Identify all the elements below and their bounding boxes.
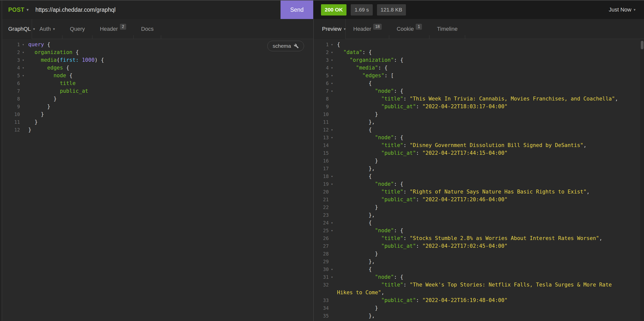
line-number: 31 [314, 274, 329, 280]
method-dropdown[interactable]: POST ▾ [8, 7, 29, 13]
code-line: Hikes to Come", [314, 288, 644, 296]
code-line: 14 "title": "Disney Government Dissoluti… [314, 141, 644, 149]
fold-toggle-icon[interactable]: ▾ [20, 66, 26, 70]
fold-toggle-icon[interactable]: ▾ [20, 74, 26, 78]
response-scrollbar[interactable] [640, 39, 644, 321]
scrollbar-thumb[interactable] [641, 41, 644, 49]
fold-toggle-icon[interactable]: ▾ [329, 74, 335, 78]
url-input[interactable]: https://api.cheddar.com/graphql [36, 7, 280, 13]
code-text: "node": { [337, 227, 404, 233]
code-line: 5▾ node { [0, 72, 313, 79]
tab-label: Query [70, 26, 85, 32]
line-number: 5 [314, 73, 329, 78]
fold-toggle-icon[interactable]: ▾ [329, 50, 335, 54]
code-line: 18▾ { [314, 172, 644, 180]
line-number: 8 [0, 96, 20, 102]
schema-button[interactable]: schema [267, 41, 304, 51]
tab-header[interactable]: Header 2 [92, 19, 134, 39]
tab-response-header[interactable]: Header 18 [346, 19, 389, 39]
line-number: 8 [314, 96, 329, 102]
line-number: 10 [314, 112, 329, 117]
preview-mode-dropdown[interactable]: Preview ▾ [314, 19, 346, 39]
tab-auth[interactable]: Auth ▾ [32, 19, 62, 39]
code-text: node { [28, 73, 72, 79]
fold-toggle-icon[interactable]: ▾ [329, 58, 335, 62]
url-pane: POST ▾ https://api.cheddar.com/graphql S… [0, 1, 313, 19]
code-text: "title": "The Week's Top Stories: Netfli… [337, 282, 612, 288]
line-number: 7 [314, 88, 329, 94]
wrench-icon [294, 44, 299, 49]
code-line: 10 } [0, 110, 313, 118]
line-number: 15 [314, 150, 329, 156]
fold-toggle-icon[interactable]: ▾ [329, 221, 335, 225]
code-text: "title": "Disney Government Dissolution … [337, 142, 586, 148]
code-text: "node": { [337, 181, 404, 187]
code-text: { [337, 220, 372, 226]
sidebar-drag-handle[interactable] [0, 0, 2, 321]
tab-timeline[interactable]: Timeline [430, 19, 465, 39]
code-line: 19▾ "node": { [314, 180, 644, 188]
tab-label: Cookie [397, 26, 414, 32]
code-line: 1▾{ [314, 41, 644, 48]
code-text: "edges": [ [337, 73, 394, 79]
line-number: 2 [0, 50, 20, 55]
tab-docs[interactable]: Docs [134, 19, 161, 39]
code-text: }, [337, 258, 375, 264]
code-text: Hikes to Come", [337, 289, 384, 295]
line-number: 12 [314, 127, 329, 133]
fold-toggle-icon[interactable]: ▾ [329, 267, 335, 271]
body-type-dropdown[interactable]: GraphQL ▾ [0, 19, 32, 39]
tab-query[interactable]: Query [62, 19, 92, 39]
fold-toggle-icon[interactable]: ▾ [329, 66, 335, 70]
fold-toggle-icon[interactable]: ▾ [329, 275, 335, 279]
body-type-label: GraphQL [8, 26, 31, 32]
editor-area: schema 1▾query {2▾ organization {3▾ medi… [0, 39, 644, 321]
fold-toggle-icon[interactable]: ▾ [329, 43, 335, 47]
fold-toggle-icon[interactable]: ▾ [20, 50, 26, 54]
tab-cookie[interactable]: Cookie 1 [389, 19, 430, 39]
code-text: "node": { [337, 88, 404, 94]
line-number: 33 [314, 297, 329, 303]
code-text: "public_at": "2022-04-22T16:19:48-04:00" [337, 297, 508, 303]
code-text: { [337, 80, 372, 86]
fold-toggle-icon[interactable]: ▾ [20, 58, 26, 62]
fold-toggle-icon[interactable]: ▾ [329, 89, 335, 93]
code-line: 24▾ { [314, 219, 644, 226]
fold-toggle-icon[interactable]: ▾ [329, 228, 335, 232]
code-line: 12} [0, 126, 313, 134]
code-line: 4▾ edges { [0, 64, 313, 72]
graphql-query-editor[interactable]: schema 1▾query {2▾ organization {3▾ medi… [0, 39, 313, 321]
code-text: "organization": { [337, 57, 404, 63]
code-line: 16 } [314, 157, 644, 164]
code-text: } [28, 104, 50, 110]
preview-mode-label: Preview [322, 26, 342, 32]
fold-toggle-icon[interactable]: ▾ [329, 182, 335, 186]
line-number: 10 [0, 112, 20, 117]
code-text: "title": "This Week In Trivia: Cannabis,… [337, 96, 618, 102]
code-text: { [337, 42, 340, 48]
code-text: "title": "Stocks Stumble 2.8% as Worries… [337, 235, 602, 241]
code-text: } [337, 158, 378, 164]
code-text: { [337, 127, 372, 133]
line-number: 3 [314, 57, 329, 63]
fold-toggle-icon[interactable]: ▾ [20, 43, 26, 47]
history-dropdown[interactable]: Just Now ▾ [609, 7, 636, 13]
line-number: 28 [314, 251, 329, 256]
code-line: 3▾ media(first: 1000) { [0, 56, 313, 64]
fold-toggle-icon[interactable]: ▾ [329, 174, 335, 178]
code-line: 6▾ { [314, 79, 644, 87]
code-line: 3▾ "organization": { [314, 56, 644, 64]
response-tab-bar: Preview ▾ Header 18 Cookie 1 Timeline [314, 19, 644, 39]
code-line: 36▾ { [314, 319, 644, 321]
code-text: query { [28, 42, 50, 48]
fold-toggle-icon[interactable]: ▾ [329, 81, 335, 85]
code-text: }, [337, 119, 375, 125]
code-line: 8 } [0, 95, 313, 103]
fold-toggle-icon[interactable]: ▾ [329, 128, 335, 132]
line-number: 35 [314, 313, 329, 318]
code-line: 7 public_at [0, 87, 313, 95]
send-button[interactable]: Send [280, 1, 313, 19]
fold-toggle-icon[interactable]: ▾ [329, 136, 335, 140]
history-label: Just Now [609, 7, 631, 13]
line-number: 14 [314, 143, 329, 148]
